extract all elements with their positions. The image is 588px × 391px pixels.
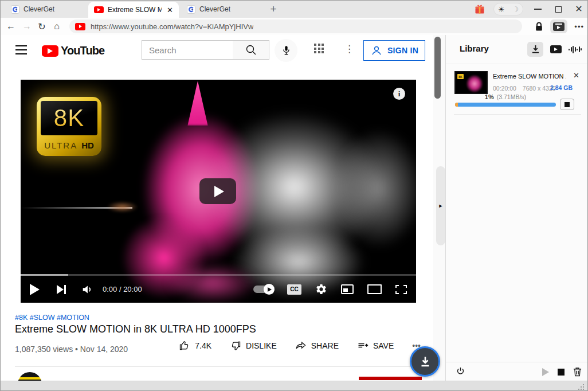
tab-close-icon[interactable]: ✕ bbox=[167, 6, 173, 14]
resize-grip[interactable] bbox=[578, 384, 584, 390]
remove-download-icon[interactable]: ✕ bbox=[573, 72, 579, 79]
youtube-logo[interactable]: YouTube bbox=[42, 44, 104, 57]
theater-mode-icon[interactable] bbox=[367, 284, 382, 294]
resume-all-icon[interactable] bbox=[542, 368, 549, 376]
maximize-button[interactable] bbox=[552, 3, 565, 15]
library-downloads-tab[interactable] bbox=[527, 42, 543, 57]
browser-nav-bar: ← → ↻ ⌂ https://www.youtube.com/watch?v=… bbox=[1, 18, 588, 35]
minimize-button[interactable] bbox=[531, 3, 544, 15]
title-bar: CleverGet Extreme SLOW MO ✕ CleverGet + bbox=[1, 1, 588, 18]
dark-mode-icon[interactable]: ☽ bbox=[512, 6, 519, 13]
chevron-right-icon: ► bbox=[438, 203, 444, 209]
scrollbar-thumb[interactable] bbox=[434, 37, 441, 99]
voice-search-button[interactable] bbox=[275, 39, 297, 62]
power-icon[interactable] bbox=[456, 366, 465, 376]
home-button[interactable]: ⌂ bbox=[50, 18, 64, 35]
splash-art bbox=[107, 201, 138, 213]
8k-ultra-hd-badge: 8K ULTRA HD bbox=[37, 97, 101, 156]
tab-youtube-active[interactable]: Extreme SLOW MO ✕ bbox=[88, 2, 179, 18]
play-button[interactable] bbox=[30, 284, 40, 295]
library-video-tab-icon[interactable] bbox=[550, 45, 562, 53]
search-button[interactable] bbox=[233, 40, 269, 60]
video-actions: 7.4K DISLIKE SHARE SAVE ••• bbox=[179, 340, 421, 351]
video-title: Extreme SLOW MOTION in 8K ULTRA HD 1000F… bbox=[15, 323, 256, 335]
captions-button[interactable]: CC bbox=[287, 284, 301, 295]
thumbs-down-icon bbox=[230, 340, 241, 351]
channel-avatar[interactable] bbox=[18, 372, 42, 381]
cleverget-window: CleverGet Extreme SLOW MO ✕ CleverGet + bbox=[0, 0, 588, 391]
library-header: Library bbox=[446, 35, 588, 64]
subscribe-button-partial[interactable] bbox=[359, 377, 422, 380]
next-button[interactable] bbox=[57, 285, 66, 294]
save-button[interactable]: SAVE bbox=[357, 340, 394, 351]
stop-icon bbox=[565, 102, 570, 107]
share-icon bbox=[295, 340, 307, 351]
more-menu-button[interactable]: ••• bbox=[574, 22, 584, 31]
video-meta: 1,087,350 views • Nov 14, 2020 bbox=[15, 345, 128, 354]
theme-toggle[interactable]: ☀ ☽ bbox=[493, 3, 523, 15]
miniplayer-icon[interactable] bbox=[341, 284, 354, 294]
download-progress-bar bbox=[455, 103, 556, 107]
download-panel-button[interactable] bbox=[550, 19, 567, 33]
fullscreen-icon[interactable] bbox=[395, 285, 407, 294]
download-item[interactable]: 8K Extreme SLOW MOTION ... ✕ 00:20:00 76… bbox=[446, 68, 588, 147]
close-button[interactable]: ✕ bbox=[573, 3, 585, 15]
sign-in-button[interactable]: SIGN IN bbox=[363, 40, 425, 61]
download-percent: 1% bbox=[485, 93, 494, 100]
download-duration: 00:20:00 bbox=[493, 85, 516, 92]
light-mode-icon[interactable]: ☀ bbox=[498, 6, 505, 13]
lock-icon[interactable] bbox=[535, 22, 543, 32]
new-tab-button[interactable]: + bbox=[266, 2, 280, 16]
browser-viewport: YouTube ⋮ SIGN IN bbox=[1, 35, 433, 381]
tab-label: CleverGet bbox=[199, 5, 230, 13]
volume-icon[interactable] bbox=[81, 283, 93, 296]
mic-icon bbox=[281, 45, 291, 56]
tab-cleverget-1[interactable]: CleverGet bbox=[5, 1, 85, 18]
search-icon bbox=[245, 44, 257, 56]
trash-icon[interactable] bbox=[573, 367, 582, 377]
url-text: https://www.youtube.com/watch?v=KiAMpYjH… bbox=[91, 22, 253, 31]
divider bbox=[15, 366, 419, 367]
stop-download-button[interactable] bbox=[560, 99, 574, 110]
floating-download-button[interactable] bbox=[410, 346, 440, 377]
time-display: 0:00 / 20:00 bbox=[103, 285, 142, 294]
search-input[interactable] bbox=[142, 40, 233, 60]
download-icon bbox=[531, 45, 540, 54]
youtube-favicon bbox=[75, 23, 85, 30]
menu-icon[interactable] bbox=[15, 45, 27, 54]
url-bar[interactable]: https://www.youtube.com/watch?v=KiAMpYjH… bbox=[69, 19, 522, 33]
big-play-button[interactable] bbox=[199, 178, 236, 204]
refresh-button[interactable]: ↻ bbox=[35, 18, 49, 35]
settings-gear-icon[interactable] bbox=[315, 283, 327, 295]
status-bar bbox=[1, 381, 588, 391]
download-thumbnail: 8K bbox=[454, 71, 488, 94]
library-title: Library bbox=[460, 44, 489, 53]
player-control-bar: 0:00 / 20:00 CC bbox=[21, 274, 416, 303]
download-progress-fill bbox=[455, 103, 458, 107]
library-panel: Library 8K Extreme SLOW MOTION ... ✕ bbox=[445, 35, 588, 381]
video-info-icon[interactable]: i bbox=[393, 88, 405, 100]
youtube-header: YouTube ⋮ SIGN IN bbox=[1, 35, 433, 65]
back-button[interactable]: ← bbox=[4, 18, 18, 35]
kebab-menu-icon[interactable]: ⋮ bbox=[344, 43, 354, 55]
download-size: 2.84 GB bbox=[550, 84, 573, 91]
video-hashtags[interactable]: #8K #SLOW #MOTION bbox=[15, 314, 89, 322]
library-audio-tab-icon[interactable] bbox=[569, 46, 582, 53]
thumbnail-art bbox=[466, 75, 483, 93]
dislike-button[interactable]: DISLIKE bbox=[230, 340, 277, 351]
video-player[interactable]: 8K ULTRA HD i 0:00 / 20:00 bbox=[21, 80, 416, 303]
apps-grid-icon[interactable] bbox=[314, 44, 324, 53]
youtube-play-icon bbox=[42, 45, 58, 57]
forward-button[interactable]: → bbox=[20, 18, 34, 35]
tab-cleverget-2[interactable]: CleverGet bbox=[181, 1, 261, 18]
share-button[interactable]: SHARE bbox=[295, 340, 339, 351]
autoplay-toggle[interactable] bbox=[253, 286, 273, 293]
like-button[interactable]: 7.4K bbox=[179, 340, 211, 351]
stop-all-icon[interactable] bbox=[558, 369, 565, 376]
panel-collapse-handle[interactable]: ► bbox=[436, 166, 445, 245]
save-playlist-icon bbox=[357, 340, 369, 351]
person-icon bbox=[370, 44, 383, 57]
download-speed: (3.71MB/s) bbox=[497, 93, 526, 100]
library-footer bbox=[446, 362, 588, 381]
gift-icon[interactable] bbox=[474, 3, 485, 15]
